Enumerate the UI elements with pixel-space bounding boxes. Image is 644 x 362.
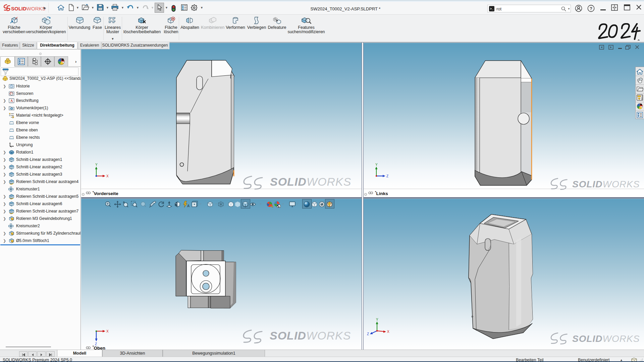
svg-text:A: A: [187, 204, 190, 208]
svg-text:Z: Z: [367, 332, 369, 336]
svg-text:X: X: [387, 330, 389, 334]
svg-text:A: A: [10, 99, 13, 103]
svg-text:Y: Y: [95, 163, 98, 167]
svg-text:Z: Z: [95, 342, 97, 346]
svg-text:Y: Y: [375, 163, 378, 167]
svg-text:X: X: [106, 329, 109, 333]
svg-text:Z: Z: [386, 174, 388, 178]
svg-text:Y: Y: [376, 318, 378, 321]
svg-text:?: ?: [590, 6, 592, 11]
svg-text:X: X: [106, 174, 109, 178]
